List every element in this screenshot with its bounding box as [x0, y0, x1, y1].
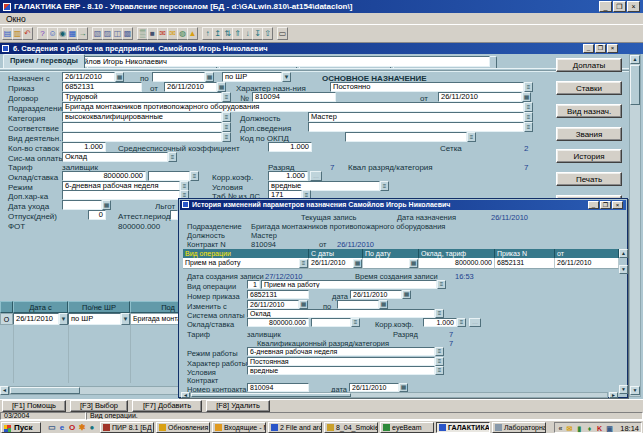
task-button-1[interactable]: ПИР 8.1 [БД - Р... — [100, 422, 154, 433]
sisma-oplaty-field[interactable]: Оклад — [62, 152, 168, 162]
undo-icon[interactable]: ↶ — [22, 27, 33, 40]
list-icon[interactable]: ≡ — [380, 181, 389, 191]
grid-cell-vid-operacii[interactable]: Прием на работу — [183, 258, 309, 269]
s-daty-column-header[interactable]: С даты — [309, 249, 363, 258]
scrollbar-thumb[interactable] — [630, 65, 640, 105]
dogovor-ot-field[interactable]: 26/11/2010 — [438, 92, 522, 102]
dialog-oklad-currency-field[interactable] — [311, 318, 351, 327]
naznachenie-vid-field[interactable]: по ШР — [222, 72, 282, 82]
data-s-column-header[interactable]: Дата с — [13, 301, 68, 313]
list-icon[interactable]: ≡ — [457, 318, 466, 327]
calendar-icon[interactable]: ▦ — [522, 92, 531, 102]
sistema-oplaty-field[interactable]: Оклад — [247, 309, 435, 318]
list-icon[interactable]: ≡ — [351, 318, 360, 327]
calendar-icon[interactable]: ▦ — [205, 72, 214, 82]
oklad-tarif-column-header[interactable]: Оклад, тариф — [419, 249, 495, 258]
dialog-korr-field[interactable]: 1.000 — [423, 318, 457, 327]
tray-expand-icon[interactable]: « — [556, 424, 565, 433]
app-close-button[interactable]: × — [627, 1, 640, 12]
dogovor-field[interactable]: Трудовой — [62, 92, 222, 102]
window-minimize-button[interactable]: _ — [583, 44, 594, 53]
list-icon[interactable]: ≡ — [467, 132, 476, 142]
refresh-icon[interactable]: ▲ — [187, 27, 198, 40]
okpd-field[interactable] — [345, 132, 467, 142]
more-icon[interactable]: … — [469, 318, 481, 327]
stavki-button[interactable]: Ставки — [556, 81, 622, 95]
scroll-down-icon[interactable]: ▼ — [619, 385, 628, 394]
scroll-up-icon[interactable]: ▲ — [619, 249, 628, 258]
fio-field[interactable]: Самойлов Игорь Николаевич — [62, 56, 490, 67]
list-icon[interactable]: ≡ — [190, 171, 199, 181]
f3-select-button[interactable]: [F3] Выбор — [70, 400, 128, 412]
window-restore-button[interactable]: ❐ — [595, 44, 606, 53]
rezhim-raboty-field[interactable]: 6-дневная рабочая неделя — [247, 347, 435, 356]
row-podrazdelenie-cell[interactable]: Бригада монта — [130, 313, 179, 325]
oklad-currency-field[interactable] — [148, 171, 190, 181]
tab-priem-perevody[interactable]: Прием / переводы — [3, 54, 85, 68]
task-button-3[interactable]: Входящие - Mic... — [212, 422, 266, 433]
task-button-8[interactable]: Лабораторная ... — [492, 422, 546, 433]
scroll-right-icon[interactable]: ► — [609, 392, 618, 398]
po-datu-column-header[interactable]: По дату — [363, 249, 419, 258]
list-icon[interactable]: ≡ — [435, 357, 444, 366]
doplaty-button[interactable]: Доплаты — [556, 58, 622, 72]
vid-deyatelnosti-field[interactable] — [62, 132, 222, 142]
dialog-usloviya-field[interactable]: вредные — [247, 366, 435, 375]
list-icon[interactable]: ≡ — [435, 347, 444, 356]
messenger-icon[interactable]: ● — [87, 423, 97, 433]
kolvo-stavok-field[interactable]: 1.000 — [62, 142, 106, 152]
scroll-left-icon[interactable]: ◄ — [0, 386, 9, 395]
naznachen-s-field[interactable]: 26/11/2010 — [62, 72, 115, 82]
vid-operacii-field[interactable]: Прием на работу — [261, 280, 437, 289]
list-icon[interactable]: ≡ — [435, 309, 444, 318]
list-icon[interactable]: ≡ — [222, 122, 231, 132]
scroll-down-icon[interactable]: ▼ — [619, 265, 628, 274]
task-button-2[interactable]: Обновления си... — [156, 422, 210, 433]
dialog-maximize-button[interactable]: ❐ — [600, 201, 611, 209]
ot-column-header[interactable]: от — [555, 249, 619, 258]
print-icon[interactable]: ▭ — [277, 27, 288, 40]
list-icon[interactable]: ≡ — [168, 152, 177, 162]
sredn-koef-field[interactable]: 1.000 — [268, 142, 312, 152]
korr-field[interactable]: 1.000 — [268, 171, 308, 181]
podrazdelenie-column-header[interactable]: Под — [130, 301, 179, 313]
attest-field[interactable] — [170, 210, 178, 220]
calendar-icon[interactable]: ▦ — [399, 383, 408, 392]
more-icon[interactable]: … — [310, 171, 322, 181]
nomer-prikaza-field[interactable]: 6852131 — [247, 290, 309, 299]
run-icon[interactable]: → — [77, 27, 88, 40]
calendar-icon[interactable]: ▦ — [102, 200, 111, 210]
app-minimize-button[interactable]: _ — [599, 1, 612, 12]
vid-operacii-kod-field[interactable]: 1 — [247, 280, 260, 289]
calendar-icon[interactable]: ▦ — [409, 259, 418, 268]
dop-svedeniya-field[interactable] — [308, 122, 524, 132]
scroll-up-icon[interactable]: ▲ — [630, 55, 640, 64]
chevron-down-icon[interactable]: ▼ — [282, 72, 291, 82]
pechat-button[interactable]: Печать — [556, 172, 622, 186]
list-icon[interactable]: ≡ — [222, 92, 231, 102]
oklad-field[interactable]: 800000.000 — [62, 171, 146, 181]
grid-cell-oklad[interactable]: 800000.000 — [419, 258, 495, 269]
f7-add-button[interactable]: [F7] Добавить — [132, 400, 202, 412]
prikaz-n-column-header[interactable]: Приказ N — [495, 249, 555, 258]
task-button-5[interactable]: 8_04_Smokie - L... — [324, 422, 378, 433]
task-button-4[interactable]: 2 File and arch... — [268, 422, 322, 433]
naznachen-po-field[interactable] — [152, 72, 205, 82]
dolzhnost-field[interactable]: Мастер — [308, 112, 524, 122]
menu-window[interactable]: Окно — [6, 14, 26, 24]
kaspersky-icon[interactable]: K — [595, 424, 604, 433]
list-icon[interactable]: ≡ — [524, 112, 533, 122]
dogovor-nomer-field[interactable]: 810094 — [252, 92, 336, 102]
f8-delete-button[interactable]: [F8] Удалить — [206, 400, 270, 412]
prikaz-ot-field[interactable]: 26/11/2010 — [164, 82, 217, 92]
task-button-7[interactable]: ГАЛАКТИКА Е... — [436, 422, 490, 433]
dialog-oklad-field[interactable]: 800000.000 — [247, 318, 309, 327]
prikaz-data-field[interactable]: 26/11/2010 — [350, 290, 402, 299]
mail-notify-icon[interactable]: ✉ — [565, 424, 574, 433]
list-icon[interactable]: ≡ — [524, 122, 533, 132]
izmenit-s-field[interactable]: 26/11/2010 — [247, 300, 299, 309]
chevron-down-icon[interactable]: ▼ — [59, 313, 68, 325]
izmenit-po-field[interactable] — [337, 300, 379, 309]
start-button[interactable]: Пуск — [1, 422, 41, 433]
list-icon[interactable]: ≡ — [524, 82, 533, 92]
